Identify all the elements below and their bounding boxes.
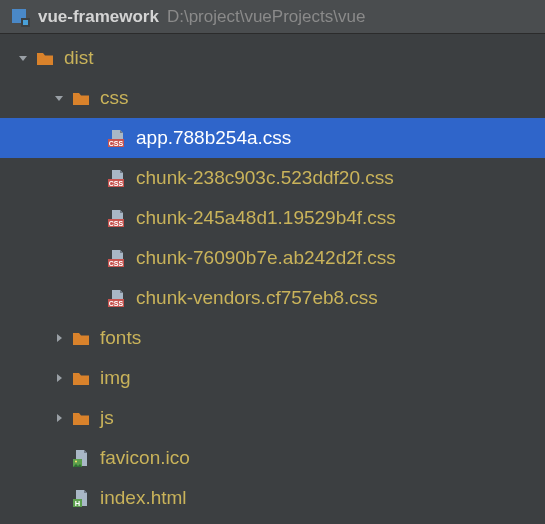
folder-icon	[70, 327, 92, 349]
chevron-right-icon[interactable]	[50, 329, 68, 347]
arrow-spacer	[86, 169, 104, 187]
arrow-spacer	[86, 129, 104, 147]
tree-row-chunk-238[interactable]: CSSchunk-238c903c.523ddf20.css	[0, 158, 545, 198]
chevron-right-icon[interactable]	[50, 409, 68, 427]
tree-row-js[interactable]: js	[0, 398, 545, 438]
project-tree[interactable]: distcssCSSapp.788b254a.cssCSSchunk-238c9…	[0, 34, 545, 518]
tree-row-img[interactable]: img	[0, 358, 545, 398]
arrow-spacer	[86, 249, 104, 267]
tree-row-fonts[interactable]: fonts	[0, 318, 545, 358]
svg-text:CSS: CSS	[109, 300, 124, 307]
svg-text:CSS: CSS	[109, 220, 124, 227]
tree-item-label: dist	[64, 47, 94, 69]
tree-item-label: chunk-245a48d1.19529b4f.css	[136, 207, 396, 229]
svg-point-11	[75, 461, 77, 463]
tree-item-label: app.788b254a.css	[136, 127, 291, 149]
css-file-icon: CSS	[106, 247, 128, 269]
chevron-down-icon[interactable]	[50, 89, 68, 107]
tree-item-label: fonts	[100, 327, 141, 349]
svg-text:CSS: CSS	[109, 260, 124, 267]
html-file-icon: H	[70, 487, 92, 509]
project-header: vue-framework D:\project\vueProjects\vue	[0, 0, 545, 34]
folder-icon	[70, 367, 92, 389]
arrow-spacer	[50, 489, 68, 507]
arrow-spacer	[86, 289, 104, 307]
svg-text:CSS: CSS	[109, 180, 124, 187]
tree-row-favicon[interactable]: favicon.ico	[0, 438, 545, 478]
tree-item-label: js	[100, 407, 114, 429]
folder-icon	[70, 407, 92, 429]
tree-item-label: chunk-238c903c.523ddf20.css	[136, 167, 394, 189]
tree-row-app-css[interactable]: CSSapp.788b254a.css	[0, 118, 545, 158]
css-file-icon: CSS	[106, 287, 128, 309]
tree-item-label: index.html	[100, 487, 187, 509]
tree-row-chunk-vend[interactable]: CSSchunk-vendors.cf757eb8.css	[0, 278, 545, 318]
arrow-spacer	[86, 209, 104, 227]
tree-item-label: css	[100, 87, 129, 109]
tree-item-label: chunk-vendors.cf757eb8.css	[136, 287, 378, 309]
chevron-right-icon[interactable]	[50, 369, 68, 387]
folder-icon	[34, 47, 56, 69]
css-file-icon: CSS	[106, 207, 128, 229]
folder-icon	[70, 87, 92, 109]
css-file-icon: CSS	[106, 127, 128, 149]
tree-item-label: chunk-76090b7e.ab242d2f.css	[136, 247, 396, 269]
svg-text:CSS: CSS	[109, 140, 124, 147]
tree-item-label: favicon.ico	[100, 447, 190, 469]
tree-row-index[interactable]: Hindex.html	[0, 478, 545, 518]
project-name[interactable]: vue-framework	[38, 7, 159, 27]
tree-row-css[interactable]: css	[0, 78, 545, 118]
arrow-spacer	[50, 449, 68, 467]
tree-row-chunk-245[interactable]: CSSchunk-245a48d1.19529b4f.css	[0, 198, 545, 238]
svg-text:H: H	[75, 499, 80, 508]
image-file-icon	[70, 447, 92, 469]
chevron-down-icon[interactable]	[14, 49, 32, 67]
css-file-icon: CSS	[106, 167, 128, 189]
tree-item-label: img	[100, 367, 131, 389]
project-path: D:\project\vueProjects\vue	[167, 7, 365, 27]
tree-row-dist[interactable]: dist	[0, 38, 545, 78]
tree-row-chunk-760[interactable]: CSSchunk-76090b7e.ab242d2f.css	[0, 238, 545, 278]
project-module-icon	[10, 7, 30, 27]
